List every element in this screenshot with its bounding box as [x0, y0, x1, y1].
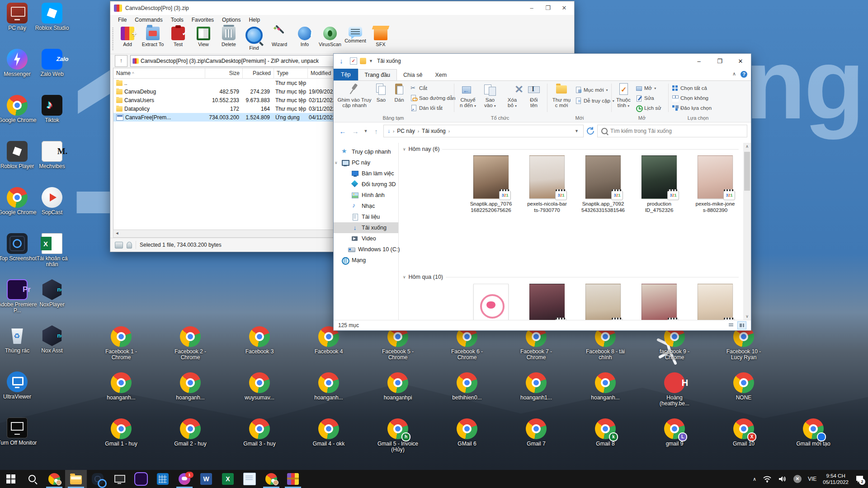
- paste-button[interactable]: Dán: [391, 83, 408, 103]
- delete-button[interactable]: Xóa bỏ ▾: [502, 83, 523, 109]
- copy-to-button[interactable]: Sao vào ▾: [480, 83, 500, 109]
- desktop-icon[interactable]: Nox Asst: [31, 325, 73, 354]
- winrar-toolbar-button[interactable]: Extract To: [140, 25, 165, 47]
- desktop-icon[interactable]: Facebook 7 - Chrome: [515, 326, 557, 361]
- winrar-menu-item[interactable]: Commands: [131, 15, 166, 24]
- winrar-toolbar-button[interactable]: VirusScan: [317, 25, 343, 47]
- explorer-titlebar[interactable]: ▼ Tải xuống – ❐ ✕: [334, 54, 751, 68]
- tab-file[interactable]: Tệp: [334, 69, 358, 80]
- desktop-icon[interactable]: facebook 9 - Chrome: [654, 326, 695, 361]
- desktop-icon[interactable]: UltraViewer: [0, 371, 38, 400]
- wifi-icon[interactable]: [760, 470, 775, 488]
- column-size[interactable]: Size: [205, 68, 243, 78]
- tab-view[interactable]: Xem: [429, 70, 453, 80]
- desktop-icon[interactable]: GMail 6: [446, 418, 488, 447]
- desktop-icon[interactable]: Gmail 4 - okk: [308, 418, 349, 447]
- winrar-menu-item[interactable]: Favorites: [188, 15, 218, 24]
- sidebar-item[interactable]: Bàn làm việc: [334, 168, 398, 179]
- desktop-icon[interactable]: hoanganhpi: [377, 372, 419, 401]
- desktop-icon[interactable]: Facebook 1 - Chrome: [100, 326, 142, 361]
- back-button[interactable]: ←: [337, 127, 348, 135]
- winrar-menu-item[interactable]: Tools: [167, 15, 188, 24]
- copy-button[interactable]: Sao: [373, 83, 390, 103]
- language-indicator[interactable]: VIE: [805, 470, 820, 488]
- new-item-button[interactable]: Mục mới▾: [575, 85, 608, 94]
- desktop-icon[interactable]: Gmail 1 - huy: [100, 418, 142, 447]
- sidebar-item[interactable]: Video: [334, 233, 398, 244]
- desktop-icon[interactable]: Facebook 5 - Chrome: [377, 326, 419, 361]
- file-thumbnail[interactable]: 321 pexels-mike-jone s-8802331: [690, 284, 740, 320]
- properties-quick-icon[interactable]: [350, 57, 357, 65]
- desktop-icon[interactable]: Hoàng (heathy.be...: [654, 372, 695, 407]
- details-view-toggle[interactable]: [726, 321, 736, 329]
- taskbar-button-excel[interactable]: [217, 470, 239, 488]
- winrar-maximize-button[interactable]: ❐: [540, 2, 556, 14]
- sidebar-item[interactable]: Mạng: [334, 255, 398, 266]
- taskbar-button-chat[interactable]: 1: [174, 470, 195, 488]
- desktop-icon[interactable]: Roblox Studio: [31, 3, 73, 31]
- desktop-icon[interactable]: Facebook 6 - Chrome: [446, 326, 488, 361]
- desktop-icon[interactable]: NONE: [723, 372, 764, 401]
- desktop-icon[interactable]: hoanganh...: [100, 372, 142, 401]
- desktop-icon[interactable]: Turn Off Monitor: [0, 418, 38, 446]
- taskbar-button-calculator[interactable]: [152, 470, 174, 488]
- forward-button[interactable]: →: [350, 127, 361, 135]
- desktop-icon[interactable]: SopCast: [31, 187, 73, 216]
- winrar-toolbar-button[interactable]: Test: [165, 25, 191, 47]
- desktop-icon[interactable]: h Gmail 5 - Invoice (Hủy): [377, 418, 419, 453]
- column-type[interactable]: Type: [274, 68, 308, 78]
- scroll-up-arrow[interactable]: ∧: [743, 143, 751, 150]
- easy-access-button[interactable]: Dễ truy cập▾: [575, 96, 614, 105]
- ribbon-collapse-icon[interactable]: ∧: [732, 71, 736, 78]
- desktop-icon[interactable]: hoanganh1...: [515, 372, 557, 401]
- winrar-titlebar[interactable]: CanvaDesctop[Pro] (3).zip – ❐ ✕: [110, 1, 574, 15]
- invert-selection-button[interactable]: Đảo lựa chọn: [672, 103, 712, 113]
- sidebar-item[interactable]: ∨ PC này: [334, 157, 398, 168]
- desktop-icon[interactable]: k Gmail 8: [585, 418, 626, 447]
- desktop-icon[interactable]: Mechvibes: [31, 141, 73, 169]
- tray-overflow-chevron[interactable]: ∧: [750, 470, 760, 488]
- open-button[interactable]: Mở▾: [636, 84, 656, 93]
- paste-shortcut-button[interactable]: Dán lối tắt: [410, 103, 443, 113]
- clock[interactable]: 9:54 CH05/11/2022: [820, 470, 852, 488]
- scroll-left-arrow[interactable]: ◄: [113, 230, 121, 237]
- file-thumbnail[interactable]: 321 Snaptik.app_7076 16822520675626: [466, 155, 516, 213]
- desktop-icon[interactable]: wuysumav...: [239, 372, 280, 401]
- desktop-icon[interactable]: Zalo Web: [31, 49, 73, 77]
- desktop-icon[interactable]: Facebook 8 - tài chính: [585, 326, 626, 361]
- sidebar-item[interactable]: Tài liệu: [334, 211, 398, 222]
- copy-path-button[interactable]: Sao đường dẫn: [410, 94, 455, 103]
- sidebar-item[interactable]: Hình ảnh: [334, 190, 398, 201]
- new-folder-button[interactable]: Thư mụ c mới: [550, 83, 573, 108]
- explorer-close-button[interactable]: ✕: [730, 54, 751, 68]
- sidebar-item[interactable]: Đối tượng 3D: [334, 179, 398, 190]
- desktop-icon[interactable]: Facebook 10 - Lucy Ryan: [723, 326, 764, 361]
- refresh-button[interactable]: [585, 126, 595, 136]
- winrar-toolbar-button[interactable]: View: [191, 25, 216, 47]
- desktop-icon[interactable]: bethihien0...: [446, 372, 488, 401]
- taskbar-button-notepad[interactable]: [239, 470, 260, 488]
- move-to-button[interactable]: Chuyể n đến ▾: [457, 83, 479, 109]
- section-header-yesterday[interactable]: ∨Hôm qua (10): [403, 273, 739, 281]
- scrollbar-thumb[interactable]: [744, 152, 750, 191]
- sidebar-item[interactable]: Tải xuống: [334, 222, 398, 233]
- file-thumbnail[interactable]: 321 production ID_4752336: [522, 284, 572, 320]
- desktop-icon[interactable]: NoxPlayer: [31, 279, 73, 308]
- qat-dropdown-icon[interactable]: ▼: [369, 58, 373, 64]
- tab-share[interactable]: Chia sẻ: [397, 70, 429, 80]
- taskbar-button-word[interactable]: [195, 470, 217, 488]
- taskbar-button-file-explorer[interactable]: [65, 470, 87, 488]
- file-thumbnail[interactable]: 321 Green Minimalist Tea Drink Logo: [466, 284, 516, 320]
- search-box[interactable]: Tìm kiếm trong Tải xuống: [597, 125, 747, 137]
- file-thumbnail[interactable]: 321 production ID_4752326: [634, 155, 684, 213]
- desktop-icon[interactable]: Gmail 2 - huy: [170, 418, 211, 447]
- file-thumbnail[interactable]: 321 Snaptik.app_7132 294029768740138: [634, 284, 684, 320]
- desktop-icon[interactable]: Gmail 7: [515, 418, 557, 447]
- sidebar-item[interactable]: Windows 10 (C:): [334, 244, 398, 255]
- winrar-menu-item[interactable]: Options: [218, 15, 245, 24]
- volume-icon[interactable]: [775, 470, 790, 488]
- desktop-icon[interactable]: Tài khoản cá nhân: [31, 233, 73, 267]
- winrar-toolbar-button[interactable]: Info: [292, 25, 317, 47]
- history-button[interactable]: Lịch sử: [636, 103, 661, 113]
- file-thumbnail[interactable]: 321 pexels-mike-jone s-8802390: [690, 155, 740, 213]
